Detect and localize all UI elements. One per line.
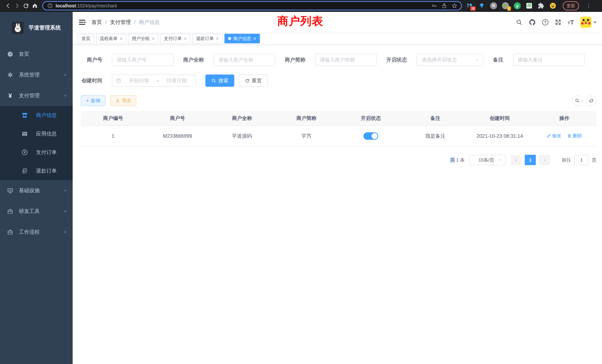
tab-refund-order[interactable]: 退款订单×	[192, 34, 223, 43]
export-button[interactable]: 导出	[110, 95, 136, 106]
edit-pencil-icon	[546, 134, 551, 138]
extension-recorder-icon[interactable]: 1	[502, 2, 509, 9]
status-select[interactable]: 请选择开启状态	[417, 54, 483, 66]
sidebar-collapse-icon[interactable]	[79, 19, 86, 26]
prev-page-button[interactable]: ‹	[511, 155, 522, 165]
extension-blue-diamond-icon[interactable]: 10	[466, 2, 473, 9]
close-icon[interactable]: ×	[184, 36, 187, 41]
cell-merchant-id: 1	[81, 126, 145, 146]
share-icon[interactable]	[441, 3, 447, 9]
show-search-button[interactable]	[572, 96, 582, 106]
extensions-puzzle-icon[interactable]	[538, 2, 545, 9]
sidebar-item-home[interactable]: 首页	[0, 44, 73, 64]
refresh-icon	[589, 98, 594, 103]
top-navbar: 首页 / 支付管理 / 商户信息 商户列表 ?	[73, 12, 602, 33]
help-icon[interactable]: ?	[542, 19, 548, 25]
pay-order-icon: ¥	[22, 150, 28, 155]
add-button[interactable]: + 新增	[81, 95, 105, 106]
delete-link[interactable]: 删除	[567, 133, 582, 139]
user-menu[interactable]: ▾	[580, 17, 596, 28]
sidebar-item-dev-tools[interactable]: 研发工具	[0, 201, 73, 222]
sidebar-item-pay-order[interactable]: ¥ 支付订单	[0, 143, 73, 162]
create-time-range-input[interactable]: 开始日期 - 结束日期	[112, 75, 196, 87]
cell-remark: 我是备注	[403, 126, 468, 146]
font-size-icon[interactable]: TT	[568, 19, 574, 25]
browser-update-button[interactable]: 更新	[563, 1, 579, 10]
sidebar-item-system[interactable]: 系统管理	[0, 64, 73, 85]
edit-link[interactable]: 修改	[546, 133, 561, 139]
sidebar-item-label: 工作流程	[19, 228, 40, 236]
sidebar-item-app-info[interactable]: 应用信息	[0, 125, 73, 143]
close-icon[interactable]: ×	[253, 36, 256, 41]
browser-forward-icon[interactable]	[13, 1, 22, 10]
browser-home-icon[interactable]	[30, 1, 39, 10]
reset-button[interactable]: 重置	[239, 75, 268, 87]
page-size-select[interactable]: 10条/页	[469, 155, 505, 165]
profile-avatar-icon[interactable]	[549, 2, 556, 9]
download-icon	[115, 98, 120, 103]
jumper-suffix: 页	[592, 157, 596, 163]
close-icon[interactable]: ×	[152, 36, 155, 41]
browser-menu-icon[interactable]: ⋮	[586, 3, 591, 9]
extension-command-icon[interactable]: ⌘	[490, 2, 497, 9]
chevron-up-icon	[63, 93, 67, 98]
chevron-down-icon	[498, 158, 502, 162]
full-name-input[interactable]	[214, 54, 275, 66]
search-icon	[575, 98, 580, 103]
extension-gem-icon[interactable]	[478, 2, 485, 9]
url-host: localhost	[56, 3, 76, 8]
search-icon[interactable]	[516, 19, 523, 26]
fullscreen-icon[interactable]	[555, 19, 561, 26]
sidebar-item-infra[interactable]: 基础设施	[0, 180, 73, 201]
jumper-input[interactable]	[574, 155, 589, 165]
bookmark-star-icon[interactable]	[452, 3, 457, 9]
tab-pay-order[interactable]: 支付订单×	[160, 34, 190, 43]
avatar[interactable]	[580, 17, 591, 28]
caret-down-icon[interactable]: ▾	[594, 20, 596, 25]
extension-notes-icon[interactable]	[526, 2, 533, 9]
tab-user-group[interactable]: 用户分组×	[128, 34, 158, 43]
status-toggle[interactable]	[364, 132, 378, 140]
col-short-name: 商户简称	[274, 111, 339, 126]
browser-reload-icon[interactable]	[22, 1, 30, 10]
close-icon[interactable]: ×	[120, 36, 122, 41]
tab-home[interactable]: 首页	[78, 34, 94, 43]
github-icon[interactable]	[529, 19, 536, 26]
pay-submenu: 商户信息 应用信息 ¥ 支付订单 退款订单	[0, 106, 73, 180]
extension-y-icon[interactable]: y	[514, 2, 521, 9]
search-button[interactable]: 搜索	[205, 75, 234, 87]
refresh-button[interactable]	[586, 96, 596, 106]
sidebar-item-workflow[interactable]: 工作流程	[0, 222, 73, 242]
site-info-icon[interactable]	[47, 1, 53, 10]
tab-merchant-info[interactable]: 商户信息×	[225, 34, 260, 43]
chevron-down-icon	[63, 73, 67, 77]
cell-short-name: 芋艿	[274, 126, 339, 146]
next-page-button[interactable]: ›	[539, 155, 550, 165]
chevron-down-icon	[63, 230, 67, 234]
url-path: :1024/pay/merchant	[76, 3, 117, 8]
col-status: 开启状态	[339, 111, 403, 126]
merchant-no-label: 商户号	[81, 56, 102, 63]
dashboard-icon	[7, 51, 13, 57]
sidebar-item-pay[interactable]: ¥ 支付管理	[0, 85, 73, 106]
address-bar[interactable]: localhost:1024/pay/merchant	[42, 1, 462, 10]
close-icon[interactable]: ×	[216, 36, 219, 41]
range-separator: -	[157, 78, 159, 84]
password-key-icon[interactable]	[431, 3, 437, 9]
merchant-table: 商户编号 商户号 商户全称 商户简称 开启状态 备注 创建时间 操作 1	[81, 111, 596, 147]
browser-back-icon[interactable]	[4, 1, 13, 10]
remark-input[interactable]	[513, 54, 585, 66]
tab-process-form[interactable]: 流程表单×	[96, 34, 126, 43]
col-full-name: 商户全称	[210, 111, 274, 126]
sidebar-item-merchant-info[interactable]: 商户信息	[0, 106, 73, 125]
breadcrumb-pay[interactable]: 支付管理	[110, 19, 131, 26]
jumper-prefix: 前往	[562, 157, 571, 163]
create-time-label: 创建时间	[81, 77, 102, 84]
sidebar-item-refund-order[interactable]: 退款订单	[0, 162, 73, 180]
sidebar-item-label: 支付管理	[19, 92, 40, 99]
breadcrumb-home[interactable]: 首页	[92, 19, 102, 26]
merchant-no-input[interactable]	[112, 54, 173, 66]
page-number-1[interactable]: 1	[525, 155, 536, 165]
short-name-input[interactable]	[315, 54, 377, 66]
browser-chrome: localhost:1024/pay/merchant 10	[0, 0, 602, 12]
